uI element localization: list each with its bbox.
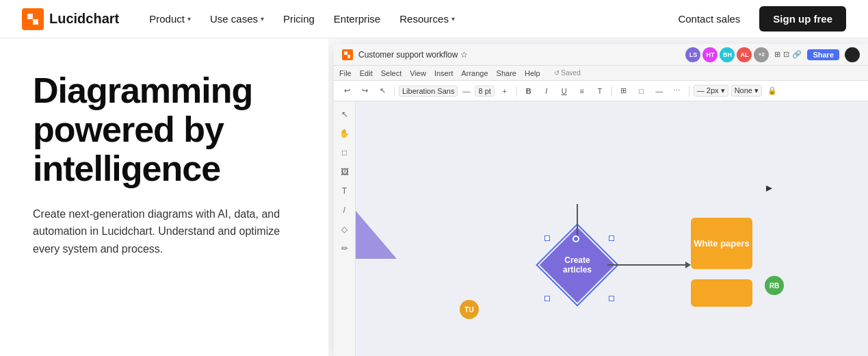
- nav-use-cases[interactable]: Use cases ▾: [202, 9, 272, 29]
- toolbar-underline[interactable]: U: [557, 84, 572, 99]
- menu-insert[interactable]: Insert: [434, 69, 453, 77]
- logo[interactable]: Lucidchart: [22, 8, 119, 30]
- vertical-connector: [577, 204, 578, 238]
- nav-enterprise[interactable]: Enterprise: [326, 9, 389, 29]
- panel-text-icon[interactable]: T: [337, 183, 352, 199]
- toolbar-dash: —: [460, 87, 472, 95]
- chevron-down-icon: ▾: [451, 15, 455, 23]
- toolbar-italic[interactable]: I: [539, 84, 554, 99]
- hero-section: Diagramming powered by intelligence Crea…: [0, 38, 868, 356]
- menu-edit[interactable]: Edit: [360, 69, 373, 77]
- selection-handle-tl: [544, 236, 550, 241]
- panel-eraser-icon[interactable]: ✏: [337, 241, 352, 256]
- nav-resources[interactable]: Resources ▾: [391, 9, 463, 29]
- avatar-bh: BH: [720, 47, 735, 62]
- panel-shapes-icon[interactable]: ◇: [337, 222, 352, 237]
- toolbar-line[interactable]: —: [652, 84, 667, 99]
- titlebar-actions: ⊞ ⊡ 🔗: [774, 50, 802, 59]
- toolbar-cursor[interactable]: ↖: [375, 84, 390, 99]
- app-menubar: File Edit Select View Insert Arrange Sha…: [334, 66, 868, 81]
- nav-pricing[interactable]: Pricing: [275, 9, 323, 29]
- nav-right: Contact sales Sign up free: [670, 6, 846, 31]
- hero-title: Diagramming powered by intelligence: [33, 71, 295, 189]
- chevron-down-icon: ▾: [187, 15, 191, 23]
- menu-file[interactable]: File: [339, 69, 352, 77]
- toolbar-more[interactable]: ⋯: [670, 84, 685, 99]
- toolbar-text-align[interactable]: T: [592, 84, 607, 99]
- avatar-more: +2: [754, 47, 769, 62]
- canvas-area[interactable]: White papers Create articles: [356, 101, 868, 356]
- app-logo-icon: [342, 49, 353, 60]
- panel-image-icon[interactable]: 🖼: [337, 164, 352, 179]
- purple-shape: [356, 211, 397, 259]
- navbar: Lucidchart Product ▾ Use cases ▾ Pricing…: [0, 0, 868, 38]
- avatar-ls: LS: [685, 47, 700, 62]
- arrow-head: [685, 262, 691, 268]
- avatar-rb: RB: [765, 276, 784, 295]
- font-size-selector[interactable]: 8 pt: [475, 86, 494, 97]
- hero-right: Customer support workflow ☆ LS HT BH AL …: [328, 38, 868, 356]
- app-toolbar: ↩ ↪ ↖ Liberation Sans — 8 pt + B I U ≡ T…: [334, 81, 868, 101]
- contact-sales-link[interactable]: Contact sales: [670, 9, 748, 29]
- connector-dot: [573, 236, 579, 242]
- chevron-down-icon: ▾: [261, 15, 264, 23]
- font-selector[interactable]: Liberation Sans: [399, 86, 458, 97]
- panel-pan-icon[interactable]: ✋: [337, 126, 352, 141]
- toolbar-fill[interactable]: ⊞: [616, 84, 631, 99]
- toolbar-undo[interactable]: ↩: [339, 84, 354, 99]
- arrow-connector: [607, 264, 688, 266]
- toolbar-bold[interactable]: B: [521, 84, 536, 99]
- selection-handle-tr: [609, 236, 614, 241]
- left-panel: ↖ ✋ □ 🖼 T / ◇ ✏: [334, 101, 356, 356]
- selection-handle-bl: [544, 296, 550, 301]
- app-titlebar: Customer support workflow ☆ LS HT BH AL …: [334, 44, 868, 66]
- collab-avatars: LS HT BH AL +2: [685, 47, 769, 62]
- avatar-al: AL: [737, 47, 752, 62]
- cursor-icon: ▸: [766, 180, 772, 195]
- toolbar-sep-4: [689, 86, 689, 97]
- toolbar-sep-2: [516, 86, 517, 97]
- toolbar-align[interactable]: ≡: [575, 84, 590, 99]
- hero-description: Create next-generation diagrams with AI,…: [33, 205, 295, 258]
- nav-product[interactable]: Product ▾: [141, 9, 199, 29]
- app-content: ↖ ✋ □ 🖼 T / ◇ ✏ White papers: [334, 101, 868, 356]
- svg-rect-0: [22, 8, 44, 30]
- signup-button[interactable]: Sign up free: [759, 6, 846, 31]
- line-end-selector[interactable]: None ▾: [731, 85, 762, 97]
- menu-arrange[interactable]: Arrange: [461, 69, 488, 77]
- panel-pointer-icon[interactable]: ↖: [337, 107, 352, 122]
- app-title: Customer support workflow ☆: [358, 50, 680, 60]
- menu-help[interactable]: Help: [525, 69, 540, 77]
- selection-handle-br: [609, 296, 614, 301]
- toolbar-font-plus[interactable]: +: [497, 84, 512, 99]
- avatar-tu: TU: [460, 300, 479, 319]
- white-papers-node[interactable]: White papers: [691, 218, 752, 269]
- menu-view[interactable]: View: [410, 69, 426, 77]
- app-window: Customer support workflow ☆ LS HT BH AL …: [334, 44, 868, 356]
- toolbar-redo[interactable]: ↪: [357, 84, 372, 99]
- toolbar-border[interactable]: □: [634, 84, 649, 99]
- panel-rect-icon[interactable]: □: [337, 145, 352, 160]
- user-avatar: [845, 47, 860, 62]
- saved-indicator: ↺ Saved: [554, 69, 581, 77]
- toolbar-lock[interactable]: 🔒: [765, 84, 780, 99]
- share-button[interactable]: Share: [807, 49, 839, 60]
- line-style-selector[interactable]: — 2px ▾: [694, 85, 728, 97]
- logo-text: Lucidchart: [49, 11, 119, 27]
- nav-links: Product ▾ Use cases ▾ Pricing Enterprise…: [141, 9, 670, 29]
- panel-connector-icon[interactable]: /: [337, 203, 352, 218]
- avatar-ht: HT: [702, 47, 718, 62]
- lucidchart-logo-icon: [22, 8, 44, 30]
- hero-left: Diagramming powered by intelligence Crea…: [0, 38, 328, 356]
- bottom-orange-node[interactable]: [691, 279, 752, 307]
- toolbar-sep-1: [394, 86, 395, 97]
- svg-rect-1: [342, 49, 353, 60]
- toolbar-sep-3: [611, 86, 612, 97]
- menu-share[interactable]: Share: [497, 69, 516, 77]
- menu-select[interactable]: Select: [381, 69, 402, 77]
